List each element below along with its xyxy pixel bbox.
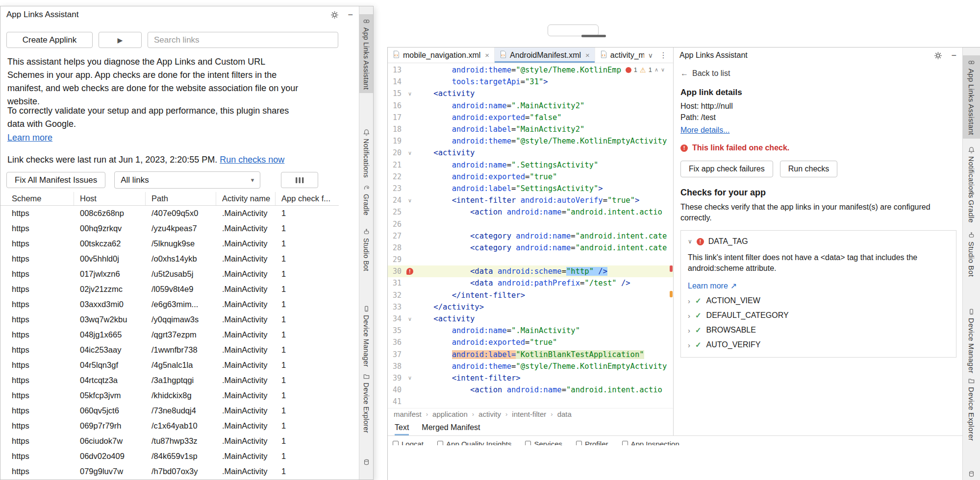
table-row[interactable]: https04ic253aay/1wwnfbr738.MainActivity1	[0, 342, 339, 358]
tool-strip-bottom-icon[interactable]	[359, 455, 373, 469]
table-row[interactable]: https060qv5jct6/73ne8udqj4.MainActivity1	[0, 403, 339, 418]
table-row[interactable]: https04r5lqn3gf/4g5nalc1la.MainActivity1	[0, 358, 339, 373]
inspection-widget[interactable]: 1 ⚠ 1 ∧ ∨	[622, 65, 668, 74]
close-icon[interactable]: ×	[585, 51, 590, 59]
fix-app-check-failures-button[interactable]: Fix app check failures	[680, 161, 773, 177]
editor-tab-androidmanifest-xml[interactable]: AndroidManifest.xml×	[495, 48, 595, 63]
configure-columns-button[interactable]	[281, 172, 318, 188]
editor-mode-tab-merged-manifest[interactable]: Merged Manifest	[422, 420, 480, 435]
check-item-auto_verify[interactable]: ›✓AUTO_VERIFY	[688, 340, 949, 349]
table-row[interactable]: https03wq7w2kbu/y0qqimaw3s.MainActivity1	[0, 312, 339, 327]
xml-file-icon	[393, 50, 400, 60]
tool-strip-item-notifications[interactable]: Notifications	[359, 125, 373, 181]
table-cell: .MainActivity	[216, 251, 276, 266]
warning-icon: ⚠	[640, 67, 646, 73]
table-cell: 1	[276, 449, 339, 464]
code-editor[interactable]: 1 ⚠ 1 ∧ ∨ 13 android:theme="@style/Theme…	[388, 63, 673, 408]
bottom-tool-button-profiler[interactable]: Profiler	[576, 436, 608, 445]
scrollbar-warning-mark[interactable]	[670, 291, 673, 297]
breadcrumb-item-intent-filter[interactable]: intent-filter	[512, 410, 546, 418]
table-cell: https	[0, 449, 74, 464]
column-header-activity[interactable]: Activity name	[216, 192, 276, 205]
table-row[interactable]: https06dv02o409/84k659v1sp.MainActivity1	[0, 449, 339, 464]
table-row[interactable]: https00v5hhld0j/o0xhs14ykb.MainActivity1	[0, 251, 339, 266]
fold-icon[interactable]: ∨	[408, 375, 412, 381]
table-row[interactable]: https017jwlxzn6/u5t2usab5j.MainActivity1	[0, 266, 339, 282]
gear-icon[interactable]	[934, 51, 942, 60]
table-row[interactable]: https04rtcqtz3a/3a1hgptqgi.MainActivity1	[0, 373, 339, 388]
column-header-path[interactable]: Path	[146, 192, 216, 205]
tool-strip-item-device-manager[interactable]: Device Manager	[963, 305, 980, 377]
check-item-default_category[interactable]: ›✓DEFAULT_CATEGORY	[688, 311, 949, 320]
tool-strip-item-app-links-assistant[interactable]: App Links Assistant	[359, 14, 373, 93]
table-row[interactable]: https06ciudok7w/tu87hwp33z.MainActivity1	[0, 433, 339, 449]
table-row[interactable]: https03axxd3mi0/e6g63mim....MainActivity…	[0, 297, 339, 312]
minimize-icon[interactable]: −	[951, 51, 956, 60]
tool-strip-item-gradle[interactable]: Gradle	[963, 187, 980, 226]
code-line-36: 36 android:exported="true"	[388, 336, 673, 348]
breadcrumb-separator: ›	[426, 410, 428, 418]
editor-mode-tab-text[interactable]: Text	[395, 420, 409, 435]
run-checks-now-link[interactable]: Run checks now	[220, 155, 284, 165]
column-header-scheme[interactable]: Scheme	[0, 192, 74, 205]
table-row[interactable]: https05kfcp3jvm/khidckix8g.MainActivity1	[0, 388, 339, 403]
fold-icon[interactable]: ∨	[408, 198, 412, 203]
table-row[interactable]: https079g9luv7w/h7bd07ox3y.MainActivity1	[0, 464, 339, 479]
editor-tab-activity-m[interactable]: activity_m	[595, 48, 644, 63]
bottom-tool-button-app-quality-insights[interactable]: App Quality Insights	[437, 436, 511, 445]
breadcrumb-item-manifest[interactable]: manifest	[394, 410, 422, 418]
breadcrumb-item-application[interactable]: application	[432, 410, 468, 418]
fold-icon[interactable]: ∨	[408, 150, 412, 156]
table-row[interactable]: https008c6z68np/407e09q5x0.MainActivity1	[0, 206, 339, 221]
table-row[interactable]: https00hq9zrkqv/yzu4kpeas7.MainActivity1	[0, 221, 339, 236]
fold-icon[interactable]: ∨	[408, 316, 412, 322]
tool-strip-item-device-explorer[interactable]: Device Explorer	[963, 374, 980, 444]
bottom-tool-button-app-inspection[interactable]: App Inspection	[622, 436, 679, 445]
code-lines: 13 android:theme="@style/Theme.KotlinEmp…	[388, 64, 673, 408]
scrollbar-error-mark[interactable]	[670, 265, 673, 272]
bottom-tool-button-services[interactable]: Services	[525, 436, 562, 445]
hidden-tabs-chevron-icon[interactable]: ∨	[648, 51, 653, 59]
check-item-browsable[interactable]: ›✓BROWSABLE	[688, 326, 949, 335]
minimize-icon[interactable]: −	[348, 10, 353, 19]
gear-icon[interactable]	[330, 11, 339, 19]
tool-strip-bottom-icon[interactable]	[963, 467, 980, 480]
run-button[interactable]: ▶	[99, 32, 142, 48]
close-icon[interactable]: ×	[485, 51, 489, 59]
check-item-action_view[interactable]: ›✓ACTION_VIEW	[688, 296, 949, 305]
tool-strip-item-gradle[interactable]: Gradle	[359, 181, 373, 219]
fold-icon[interactable]: ∨	[408, 91, 412, 96]
table-row[interactable]: https02jv21zzmc/l059v8t4e9.MainActivity1	[0, 282, 339, 297]
tool-strip-item-app-links-assistant[interactable]: App Links Assistant	[963, 55, 980, 139]
tab-options-kebab-icon[interactable]: ⋮	[659, 50, 667, 60]
tool-strip-item-device-manager[interactable]: Device Manager	[359, 302, 373, 370]
create-applink-button[interactable]: Create Applink	[6, 32, 93, 48]
tool-strip-item-studio-bot[interactable]: Studio Bot	[359, 225, 373, 275]
column-header-host[interactable]: Host	[74, 192, 146, 205]
search-input[interactable]	[148, 32, 338, 48]
breadcrumb-item-activity[interactable]: activity	[478, 410, 501, 418]
table-row[interactable]: https048jg1x665/qgrt37ezpm.MainActivity1	[0, 327, 339, 342]
table-row[interactable]: https069p7r79rh/c1x64yab10.MainActivity1	[0, 418, 339, 433]
learn-more-link[interactable]: Learn more	[688, 282, 728, 290]
bottom-tool-button-logcat[interactable]: Logcat	[393, 436, 424, 445]
bot-icon	[363, 228, 370, 236]
chevron-up-icon[interactable]: ∧	[654, 67, 658, 72]
link-filter-dropdown[interactable]: All links ▾	[114, 171, 260, 189]
tool-strip-item-studio-bot[interactable]: Studio Bot	[963, 228, 980, 280]
more-details-link[interactable]: More details...	[680, 126, 729, 134]
link-filter-value: All links	[121, 175, 149, 185]
chevron-down-icon[interactable]: ∨	[661, 67, 665, 72]
check-item-data-tag[interactable]: ∨ ! DATA_TAG	[688, 237, 949, 246]
run-checks-button[interactable]: Run checks	[780, 161, 838, 177]
table-row[interactable]: https00tskcza62/5lknugk9se.MainActivity1	[0, 236, 339, 251]
editor-tab-mobile-navigation-xml[interactable]: mobile_navigation.xml×	[388, 48, 495, 63]
column-header-app-check[interactable]: App check f...	[276, 192, 339, 205]
learn-more-link[interactable]: Learn more	[7, 133, 52, 143]
breadcrumb-item-data[interactable]: data	[557, 410, 572, 418]
error-gutter-icon[interactable]: !	[406, 268, 413, 275]
table-cell: .MainActivity	[216, 297, 276, 312]
fix-all-manifest-issues-button[interactable]: Fix All Manifest Issues	[6, 172, 105, 188]
back-to-list-link[interactable]: ← Back to list	[680, 69, 730, 78]
tool-strip-item-device-explorer[interactable]: Device Explorer	[359, 369, 373, 436]
